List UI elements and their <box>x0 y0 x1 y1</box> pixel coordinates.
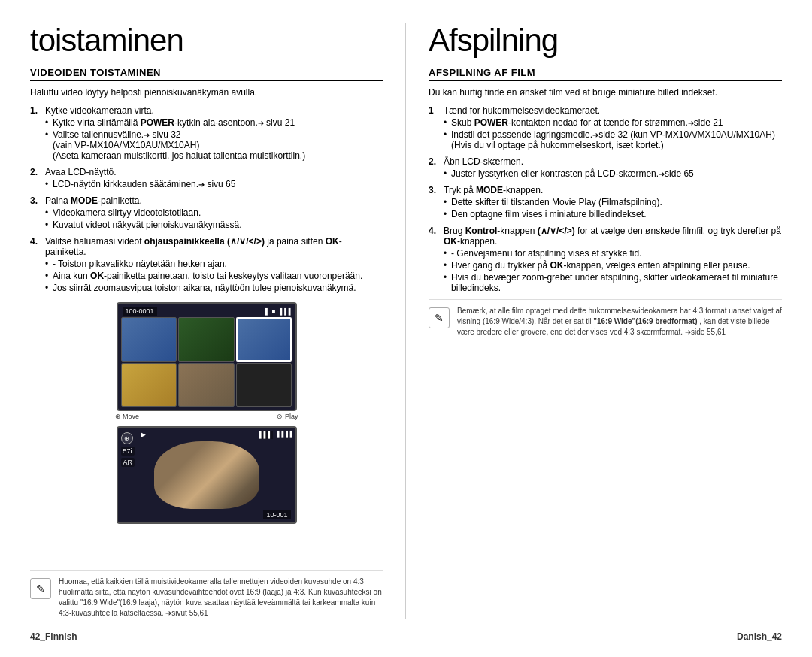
camera-diagram-left: 100-0001 ▌ ■ ▐▐▐ <box>109 302 304 558</box>
left-icons: ⊕ 57i AR <box>121 432 135 467</box>
page-footer: 42_Finnish Danish_42 <box>30 625 782 642</box>
right-step-3: 3. Tryk på MODE-knappen. Dette skifter t… <box>429 185 782 221</box>
camera-image-area-left: 100-0001 ▌ ■ ▐▐▐ <box>30 302 383 558</box>
r-substep-1-1: Skub POWER-kontakten nedad for at tænde … <box>444 117 782 128</box>
step-content-2: Avaa LCD-näyttö. LCD-näytön kirkkauden s… <box>45 167 383 191</box>
r-step-content-3: Tryk på MODE-knappen. Dette skifter til … <box>444 185 782 221</box>
r-substep-4-1: Hver gang du trykker på OK-knappen, vælg… <box>444 260 782 271</box>
left-step-2: 2. Avaa LCD-näyttö. LCD-näytön kirkkaude… <box>30 167 383 191</box>
mode-icon-1: ⊕ <box>121 432 133 444</box>
right-footnote-text: Bemærk, at alle film optaget med dette h… <box>457 306 782 338</box>
left-footnote-area: ✎ Huomaa, että kaikkien tällä muistivide… <box>30 570 383 619</box>
step-num-4: 4. <box>30 236 42 295</box>
step-2-substeps: LCD-näytön kirkkauden säätäminen.➔ sivu … <box>45 179 383 189</box>
top-icons: ▶ ▌▌▌ ▐▐▐▐ <box>141 431 292 439</box>
left-footnote-text: Huomaa, että kaikkien tällä muistivideok… <box>59 577 383 619</box>
dog-image <box>154 441 259 509</box>
step-content-4: Valitse haluamasi videot ohjauspainikkee… <box>45 236 383 295</box>
mode-label-57: 57i <box>121 447 135 456</box>
thumbnail-grid <box>118 304 295 410</box>
mode-label-ar: AR <box>121 458 135 467</box>
r-substep-2-1: Juster lysstyrken eller kontrasten på LC… <box>444 168 782 179</box>
right-column: Afspilning AFSPILNING AF FILM Du kan hur… <box>406 23 782 619</box>
move-label: ⊕ Move <box>115 413 140 420</box>
bottom-timecode: 10-001 <box>263 510 290 519</box>
right-title: Afspilning <box>429 23 782 62</box>
top-icon-1: ▌▌▌ <box>259 431 273 439</box>
r-step-2-substeps: Juster lysstyrken eller kontrasten på LC… <box>444 168 782 179</box>
substep-4-1: Aina kun OK-painiketta painetaan, toisto… <box>45 271 383 281</box>
top-right-icons: ▌▌▌ ▐▐▐▐ <box>259 431 292 439</box>
left-title: toistaminen <box>30 23 383 62</box>
right-step-1: 1 Tænd for hukommelsesvideokameraet. Sku… <box>429 105 782 152</box>
right-section-title: AFSPILNING AF FILM <box>429 67 782 81</box>
status-icons: ▌ ■ ▐▐▐ <box>265 308 291 315</box>
footer-right: Danish_42 <box>737 631 782 642</box>
substep-3-2: Kuvatut videot näkyvät pienoiskuvanäkymä… <box>45 220 383 230</box>
step-num-2: 2. <box>30 167 42 191</box>
r-step-num-4: 4. <box>429 226 441 295</box>
screen-labels: ⊕ Move ⊙ Play <box>109 411 304 422</box>
substep-1-1: Kytke virta siirtämällä POWER-kytkin ala… <box>45 117 383 128</box>
folder-label: 100-0001 <box>123 307 157 316</box>
thumb-5 <box>178 363 235 407</box>
thumb-4 <box>121 363 177 407</box>
step-num-1: 1. <box>30 105 42 162</box>
r-substep-4-sub1: - Genvejsmenu for afspilning vises et st… <box>444 248 782 259</box>
left-column: toistaminen VIDEOIDEN TOISTAMINEN Halutt… <box>30 23 406 619</box>
left-intro: Haluttu video löytyy helposti pienoiskuv… <box>30 87 383 98</box>
r-substep-1-2: Indstil det passende lagringsmedie.➔side… <box>444 129 782 150</box>
r-step-3-substeps: Dette skifter til tilstanden Movie Play … <box>444 197 782 220</box>
signal-icon: ▐▐▐ <box>277 308 290 315</box>
thumb-6 <box>236 363 292 407</box>
main-columns: toistaminen VIDEOIDEN TOISTAMINEN Halutt… <box>30 23 782 619</box>
substep-4-2: Jos siirrät zoomausvipua toiston aikana,… <box>45 283 383 293</box>
step-content-1: Kytke videokameraan virta. Kytke virta s… <box>45 105 383 162</box>
step-1-substeps: Kytke virta siirtämällä POWER-kytkin ala… <box>45 117 383 161</box>
r-step-1-substeps: Skub POWER-kontakten nedad for at tænde … <box>444 117 782 150</box>
r-substep-3-1: Dette skifter til tilstanden Movie Play … <box>444 197 782 207</box>
r-step-content-4: Brug Kontrol-knappen (∧/∨/</>) for at væ… <box>444 226 782 295</box>
top-icon-2: ▐▐▐▐ <box>275 431 292 439</box>
page: toistaminen VIDEOIDEN TOISTAMINEN Halutt… <box>0 0 812 657</box>
battery-icon: ▌ <box>265 308 270 315</box>
footnote-icon-right: ✎ <box>429 307 450 328</box>
left-step-1: 1. Kytke videokameraan virta. Kytke virt… <box>30 105 383 162</box>
step-4-substeps: - Toiston pikavalikko näytetään hetken a… <box>45 259 383 293</box>
r-step-content-2: Åbn LCD-skærmen. Juster lysstyrken eller… <box>444 156 782 180</box>
substep-3-1: Videokamera siirtyy videotoistotilaan. <box>45 207 383 218</box>
left-step-4: 4. Valitse haluamasi videot ohjauspainik… <box>30 236 383 295</box>
play-label: ⊙ Play <box>277 413 298 420</box>
footer-left: 42_Finnish <box>30 631 77 642</box>
screen-bottom: ⊕ 57i AR ▶ ▌▌▌ ▐▐▐▐ <box>117 426 297 524</box>
r-substep-3-2: Den optagne film vises i miniature bille… <box>444 209 782 220</box>
step-content-3: Paina MODE-painiketta. Videokamera siirt… <box>45 195 383 232</box>
substep-4-sub1: - Toiston pikavalikko näytetään hetken a… <box>45 259 383 269</box>
r-step-num-1: 1 <box>429 105 441 152</box>
play-icon: ▶ <box>141 431 146 439</box>
right-footnote-area: ✎ Bemærk, at alle film optaget med dette… <box>429 299 782 338</box>
step-3-substeps: Videokamera siirtyy videotoistotilaan. K… <box>45 207 383 230</box>
r-step-content-1: Tænd for hukommelsesvideokameraet. Skub … <box>444 105 782 152</box>
thumb-1 <box>121 317 177 362</box>
footnote-icon-left: ✎ <box>30 578 51 599</box>
r-substep-4-2: Hvis du bevæger zoom-grebet under afspil… <box>444 272 782 293</box>
step-num-3: 3. <box>30 195 42 232</box>
right-intro: Du kan hurtig finde en ønsket film ved a… <box>429 87 782 98</box>
media-icon: ■ <box>272 308 276 315</box>
thumb-3 <box>236 317 292 362</box>
substep-2-1: LCD-näytön kirkkauden säätäminen.➔ sivu … <box>45 179 383 189</box>
right-steps: 1 Tænd for hukommelsesvideokameraet. Sku… <box>429 105 782 295</box>
right-step-2: 2. Åbn LCD-skærmen. Juster lysstyrken el… <box>429 156 782 180</box>
left-step-3: 3. Paina MODE-painiketta. Videokamera si… <box>30 195 383 232</box>
right-step-4: 4. Brug Kontrol-knappen (∧/∨/</>) for at… <box>429 226 782 295</box>
r-step-num-3: 3. <box>429 185 441 221</box>
screen-top: 100-0001 ▌ ■ ▐▐▐ <box>117 302 297 411</box>
screen-bottom-content: ⊕ 57i AR ▶ ▌▌▌ ▐▐▐▐ <box>118 428 295 522</box>
r-step-4-substeps: - Genvejsmenu for afspilning vises et st… <box>444 248 782 293</box>
left-steps: 1. Kytke videokameraan virta. Kytke virt… <box>30 105 383 295</box>
r-step-num-2: 2. <box>429 156 441 180</box>
left-section-title: VIDEOIDEN TOISTAMINEN <box>30 67 383 81</box>
thumb-2 <box>178 317 235 362</box>
substep-1-2: Valitse tallennusväline.➔ sivu 32(vain V… <box>45 129 383 161</box>
